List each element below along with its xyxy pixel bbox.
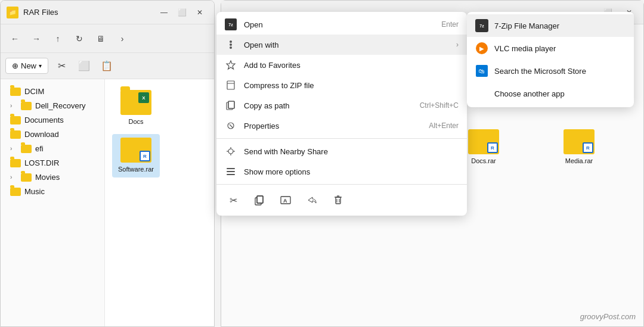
svg-marker-3 <box>227 61 235 69</box>
7zip-logo: 7z <box>475 19 488 32</box>
open-with-icon <box>225 39 237 51</box>
folder-icon-music <box>10 188 21 196</box>
chevron-dell: › <box>10 102 17 109</box>
rar-icon-software: R <box>120 138 151 163</box>
ctx-copy-path-label: Copy as path <box>244 101 413 110</box>
monitor-btn[interactable]: 🖥 <box>91 29 110 48</box>
ctx-add-favorites[interactable]: Add to Favorites <box>216 55 467 75</box>
ctx-delete-icon[interactable] <box>330 192 346 208</box>
file-label-media-rar-bg: Media.rar <box>565 157 593 165</box>
ctx-more-label: Show more options <box>244 167 459 176</box>
file-item-software-rar[interactable]: R Software.rar <box>112 134 160 177</box>
minimize-btn[interactable]: — <box>156 4 172 21</box>
ctx-rename-icon[interactable]: A <box>277 192 294 208</box>
submenu-7zip[interactable]: 7z 7-Zip File Manager <box>467 14 634 37</box>
folder-icon-dell <box>21 102 32 110</box>
refresh-btn[interactable]: ↻ <box>70 29 89 48</box>
ctx-compress-zip[interactable]: Compress to ZIP file <box>216 75 467 95</box>
maximize-btn[interactable]: ⬜ <box>174 4 190 21</box>
sidebar-label-efi: efi <box>35 144 44 153</box>
svg-rect-21 <box>257 196 263 203</box>
folder-icon-download <box>10 130 21 139</box>
explorer-body: DCIM › Dell_Recovery Documents Download … <box>1 79 214 327</box>
sidebar-item-movies[interactable]: › Movies <box>3 170 102 184</box>
new-button[interactable]: ⊕ New ▾ <box>5 58 48 74</box>
submenu-7zip-label: 7-Zip File Manager <box>494 21 559 30</box>
ctx-favorites-label: Add to Favorites <box>244 61 459 70</box>
sidebar-item-documents[interactable]: Documents <box>3 113 102 127</box>
vlc-logo: ▶ <box>476 42 488 54</box>
ctx-more-options[interactable]: Show more options <box>216 161 467 182</box>
file-label-docs-rar-bg: Docs.rar <box>471 157 496 165</box>
submenu-choose-app[interactable]: Choose another app <box>467 82 634 105</box>
ctx-icons-row: ✂ A <box>216 187 467 213</box>
svg-line-10 <box>230 124 231 126</box>
sidebar-item-dcim[interactable]: DCIM <box>3 85 102 98</box>
submenu-store[interactable]: 🛍 Search the Microsoft Store <box>467 60 634 82</box>
back-btn[interactable]: ← <box>5 29 24 48</box>
svg-point-12 <box>228 149 233 154</box>
context-menu: 7z Open Enter Open with › Add to Favorit… <box>216 12 467 216</box>
new-chevron-icon: ▾ <box>39 63 42 69</box>
excel-badge: X <box>138 92 149 103</box>
ctx-cut-icon[interactable]: ✂ <box>225 192 242 208</box>
ctx-open-with[interactable]: Open with › <box>216 35 467 55</box>
ctx-copy-path[interactable]: Copy as path Ctrl+Shift+C <box>216 95 467 116</box>
cut-btn[interactable]: ✂ <box>52 57 71 76</box>
rar-badge-media: R <box>583 142 593 153</box>
submenu-store-label: Search the Microsoft Store <box>494 67 586 76</box>
sidebar-label-download: Download <box>24 130 59 139</box>
title-bar: 📁 RAR Files — ⬜ ✕ <box>1 1 214 24</box>
close-btn[interactable]: ✕ <box>191 4 208 21</box>
submenu-vlc[interactable]: ▶ VLC media player <box>467 37 634 60</box>
svg-rect-7 <box>228 101 234 108</box>
svg-rect-18 <box>227 171 235 172</box>
up-btn[interactable]: ↑ <box>48 29 67 48</box>
svg-point-2 <box>230 46 232 49</box>
sidebar-label-music: Music <box>24 187 45 196</box>
sidebar-label-dcim: DCIM <box>24 87 44 96</box>
window-title: RAR Files <box>23 8 151 17</box>
sidebar-label-lost: LOST.DIR <box>24 158 60 167</box>
sidebar-item-music[interactable]: Music <box>3 185 102 198</box>
action-bar: ⊕ New ▾ ✂ ⬜ 📋 <box>1 53 214 79</box>
file-item-docs[interactable]: X Docs <box>112 86 160 129</box>
more-options-icon <box>225 166 237 177</box>
ctx-share-icon[interactable] <box>304 192 320 208</box>
sidebar-item-dell-recovery[interactable]: › Dell_Recovery <box>3 99 102 113</box>
sidebar-item-lost-dir[interactable]: LOST.DIR <box>3 156 102 170</box>
ctx-open-label: Open <box>244 20 434 29</box>
folder-icon-efi <box>21 145 32 153</box>
sidebar-item-efi[interactable]: › efi <box>3 142 102 155</box>
ctx-open[interactable]: 7z Open Enter <box>216 14 467 35</box>
copy-path-icon <box>225 99 237 111</box>
svg-text:A: A <box>283 198 287 204</box>
copy-btn[interactable]: ⬜ <box>75 57 94 76</box>
toolbar: ← → ↑ ↻ 🖥 › <box>1 24 214 53</box>
ctx-copy-icon[interactable] <box>251 192 268 208</box>
paste-btn[interactable]: 📋 <box>97 57 116 76</box>
watermark: groovyPost.com <box>580 312 636 321</box>
new-label: New <box>21 61 36 70</box>
file-label-docs: Docs <box>128 117 143 126</box>
forward-btn[interactable]: → <box>27 29 46 48</box>
ctx-properties-label: Properties <box>244 122 422 130</box>
ctx-nearby-label: Send with Nearby Share <box>244 147 459 156</box>
7zip-icon: 7z <box>475 19 488 32</box>
sidebar-label-dell: Dell_Recovery <box>35 101 86 110</box>
vlc-icon: ▶ <box>475 42 488 55</box>
svg-line-11 <box>231 126 233 127</box>
title-buttons: — ⬜ ✕ <box>156 4 208 21</box>
ctx-properties[interactable]: Properties Alt+Enter <box>216 116 467 136</box>
file-item-media-rar-bg[interactable]: R Media.rar <box>555 126 603 169</box>
ctx-divider-2 <box>216 184 467 185</box>
sidebar-item-download[interactable]: Download <box>3 127 102 141</box>
ctx-nearby-share[interactable]: Send with Nearby Share <box>216 141 467 161</box>
file-item-docs-rar-bg[interactable]: R Docs.rar <box>460 126 507 169</box>
svg-rect-4 <box>227 81 234 89</box>
expand-btn[interactable]: › <box>113 29 132 48</box>
svg-rect-19 <box>227 174 235 175</box>
explorer-window: 📁 RAR Files — ⬜ ✕ ← → ↑ ↻ 🖥 › ⊕ New ▾ ✂ … <box>0 0 215 327</box>
main-content: X Docs R Software.rar <box>105 79 214 327</box>
svg-rect-25 <box>336 197 340 204</box>
